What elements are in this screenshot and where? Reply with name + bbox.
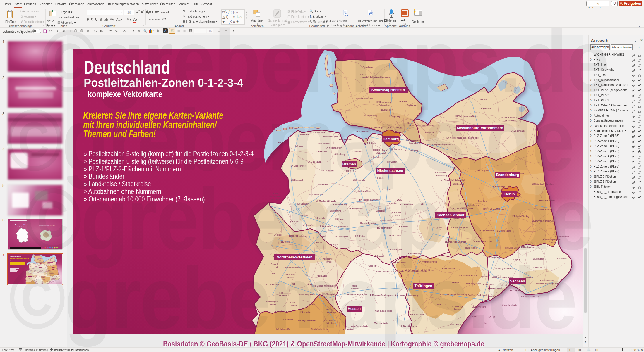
svg-text:LK Gütersloh: LK Gütersloh (335, 226, 348, 228)
svg-text:LK Havelland: LK Havelland (492, 185, 505, 187)
svg-text:LK Stendal: LK Stendal (453, 183, 464, 185)
svg-text:LK Ostholstein: LK Ostholstein (404, 104, 418, 106)
svg-text:Düren: Düren (291, 305, 297, 307)
svg-text:LK Höxter: LK Höxter (355, 235, 365, 237)
svg-text:LK Greiz: LK Greiz (488, 295, 497, 297)
svg-text:Mecklenburg-Vorpommern: Mecklenburg-Vorpommern (457, 126, 503, 130)
svg-text:LK Goslar: LK Goslar (398, 226, 408, 228)
svg-text:Schweiz- Osterzgebirge: Schweiz- Osterzgebirge (536, 282, 559, 285)
svg-text:LK Bautzen: LK Bautzen (533, 258, 544, 260)
svg-text:LK Lüchow-: LK Lüchow- (434, 171, 446, 173)
svg-text:LK Teltow- Fläming: LK Teltow- Fläming (511, 215, 529, 218)
svg-text:Leipzig: Leipzig (513, 258, 520, 261)
svg-text:LK Friesland: LK Friesland (318, 143, 330, 145)
svg-text:LK Borken: LK Borken (289, 220, 299, 222)
svg-text:LK Plön: LK Plön (399, 101, 407, 103)
svg-text:Hessen: Hessen (348, 307, 361, 311)
svg-text:LK Gifhorn: LK Gifhorn (381, 188, 391, 190)
svg-text:Neuss: Neuss (287, 277, 293, 279)
svg-text:BS: BS (421, 203, 424, 205)
svg-text:LK Vulkaneifel: LK Vulkaneifel (276, 328, 290, 330)
svg-text:LK Uckermark: LK Uckermark (511, 130, 525, 132)
svg-text:LK Saalfeld- Rudolstadt: LK Saalfeld- Rudolstadt (465, 294, 488, 296)
svg-text:LK Hersfeld- Rotenburg: LK Hersfeld- Rotenburg (395, 295, 419, 297)
svg-text:LK Eichsfeld: LK Eichsfeld (394, 261, 406, 263)
svg-text:Waldeck: Waldeck (351, 288, 359, 290)
svg-text:LK Rhön-Grabfeld: LK Rhön-Grabfeld (407, 313, 424, 315)
svg-text:Werra- Meißner-Kreis: Werra- Meißner-Kreis (376, 271, 396, 273)
svg-text:LK Neuwied: LK Neuwied (282, 319, 293, 321)
svg-text:LK Vorpommern-Rügen: LK Vorpommern-Rügen (455, 115, 478, 118)
svg-text:LK AltmarkLK Salzwedel: LK AltmarkLK Salzwedel (441, 179, 465, 181)
svg-text:LK Erzgebirgskreis: LK Erzgebirgskreis (520, 295, 539, 298)
svg-text:LK Hof: LK Hof (489, 316, 496, 318)
svg-text:LK Hildesheim: LK Hildesheim (349, 208, 363, 210)
svg-text:LK Ilm-Kreis: LK Ilm-Kreis (482, 284, 494, 286)
svg-text:LK Steinburg: LK Steinburg (364, 115, 377, 117)
svg-text:LK Rendsburg-: LK Rendsburg- (376, 101, 391, 103)
svg-text:Rhein-Lahn-Kreis: Rhein-Lahn-Kreis (311, 328, 328, 330)
svg-text:Main-Kinzig-Kreis: Main-Kinzig-Kreis (375, 310, 392, 312)
svg-text:Aachen: Aachen (270, 303, 277, 306)
svg-text:hausen: hausen (454, 308, 462, 310)
svg-text:Suhl: Suhl (437, 303, 441, 306)
svg-text:LK Ahrweiler: LK Ahrweiler (299, 311, 311, 313)
svg-text:LK Leer: LK Leer (295, 145, 303, 147)
svg-text:Wester-: Wester- (326, 309, 334, 311)
svg-text:Lübeck: Lübeck (406, 122, 413, 124)
svg-text:Bielefeld: Bielefeld (316, 217, 325, 219)
svg-text:LK Göttingen: LK Göttingen (389, 249, 402, 251)
svg-text:Dresden: Dresden (525, 277, 533, 279)
svg-text:LK Nordwestmecklenburg: LK Nordwestmecklenburg (409, 125, 434, 127)
svg-text:Dessau- Roßlau: Dessau- Roßlau (479, 229, 494, 231)
svg-text:LK Herford: LK Herford (330, 210, 341, 212)
svg-text:LK Mayen-Koblenz: LK Mayen-Koblenz (298, 319, 317, 322)
svg-text:LK Wittenberg: LK Wittenberg (497, 230, 511, 232)
svg-text:LK Sömmerda: LK Sömmerda (441, 267, 455, 269)
svg-text:LK Burgenlandkreis: LK Burgenlandkreis (495, 267, 515, 270)
svg-text:LK Cuxhaven: LK Cuxhaven (356, 130, 369, 132)
svg-text:Salzgitter: Salzgitter (376, 210, 385, 212)
svg-text:LK Aurich: LK Aurich (299, 133, 309, 135)
svg-text:LK Schmalkalden- Meiningen: LK Schmalkalden- Meiningen (439, 294, 467, 296)
svg-text:LK Celle: LK Celle (376, 177, 384, 179)
svg-text:Kreis: Kreis (290, 302, 295, 304)
svg-text:Hoch- Taunuskreis: Hoch- Taunuskreis (350, 325, 368, 327)
svg-text:LK Mecklenburgische Seenplatte: LK Mecklenburgische Seenplatte (446, 137, 479, 139)
svg-text:LK Ober- spreewald: LK Ober- spreewald (542, 239, 561, 241)
svg-text:LK Osnabrück: LK Osnabrück (309, 194, 323, 196)
svg-text:Oldenburg: Oldenburg (334, 153, 345, 156)
svg-text:LK Bad Kissingen: LK Bad Kissingen (400, 325, 417, 327)
svg-text:LK Saalekreis: LK Saalekreis (487, 257, 501, 259)
svg-text:LK Sonneberg: LK Sonneberg (472, 306, 486, 308)
svg-text:LK Ludwigslust-Parchim: LK Ludwigslust-Parchim (427, 143, 451, 146)
svg-text:LK Paderborn: LK Paderborn (335, 236, 348, 238)
svg-text:LK Oder- Spree: LK Oder- Spree (536, 209, 551, 211)
svg-text:LK Elbe-Elster: LK Elbe-Elster (505, 247, 519, 249)
svg-text:Emden: Emden (278, 142, 284, 144)
svg-text:LK Region Hannover: LK Region Hannover (359, 199, 380, 201)
svg-text:LK Rostock: LK Rostock (480, 108, 491, 110)
svg-text:LK Nienburg/Weser: LK Nienburg/Weser (354, 190, 373, 192)
svg-text:LK Diepholz: LK Diepholz (353, 179, 365, 181)
svg-text:LK Peine: LK Peine (388, 202, 397, 204)
svg-text:Saale- Holzland- Kreis: Saale- Holzland- Kreis (491, 277, 513, 279)
svg-text:Märkischer: Märkischer (323, 258, 333, 260)
svg-text:Weilburg: Weilburg (327, 322, 336, 325)
svg-text:LK Wesermarsch: LK Wesermarsch (325, 147, 342, 149)
svg-text:LK Uelzen: LK Uelzen (387, 161, 397, 163)
svg-text:LK Holzminden: LK Holzminden (377, 227, 392, 229)
svg-text:Dannenberg: Dannenberg (435, 174, 447, 177)
svg-text:LK Lüneburg: LK Lüneburg (405, 150, 418, 152)
svg-text:LK Wittmund: LK Wittmund (313, 132, 326, 134)
svg-text:die Bundesländer: die Bundesländer (17, 226, 26, 227)
svg-text:WOL: WOL (397, 199, 402, 201)
svg-text:Kreis: Kreis (366, 219, 371, 221)
svg-text:Flensburg: Flensburg (363, 66, 373, 68)
svg-text:LK Kyffhäuserkreis: LK Kyffhäuserkreis (419, 261, 437, 263)
svg-text:LK Ammerland: LK Ammerland (315, 150, 329, 152)
svg-text:LK Potsdam- Mittelmark: LK Potsdam- Mittelmark (483, 208, 506, 210)
svg-text:Hamburg: Hamburg (383, 137, 399, 141)
svg-text:Brandenburg: Brandenburg (496, 173, 519, 177)
svg-text:Städteregion: Städteregion (266, 301, 279, 303)
